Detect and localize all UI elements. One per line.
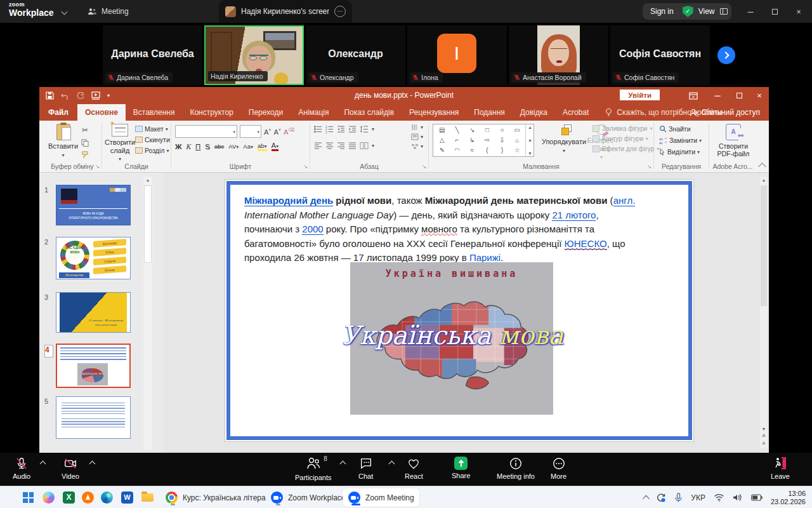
file-explorer-icon[interactable]	[141, 491, 154, 504]
leave-button[interactable]: Leave	[771, 457, 790, 480]
sign-in-button[interactable]: Sign in	[646, 7, 678, 16]
word-icon[interactable]: W	[121, 491, 134, 504]
avast-icon[interactable]	[81, 491, 95, 504]
slide-thumbnail-5[interactable]	[56, 396, 131, 439]
security-shield-icon[interactable]: ✓	[683, 6, 693, 17]
dialog-launcher-icon[interactable]: ↘	[647, 164, 652, 170]
meeting-info-button[interactable]: Meeting info	[497, 457, 535, 480]
tab-help[interactable]: Довідка	[513, 104, 555, 121]
columns-button[interactable]	[360, 142, 369, 150]
language-indicator[interactable]: УКР	[691, 493, 705, 502]
slide-thumbnail-2[interactable]: НАС ЄДНАЄ МОВА Калинова Рідна Співуча Ні…	[56, 237, 131, 279]
slide-thumbnail-4-selected[interactable]: Українська мова	[56, 344, 131, 388]
office-sign-in-button[interactable]: Увійти	[620, 90, 660, 100]
ppt-restore-button[interactable]	[730, 87, 749, 104]
wifi-icon[interactable]	[714, 493, 724, 502]
slide-text[interactable]: Міжнародний день рідної мови, також Міжн…	[244, 194, 643, 265]
text-direction-button[interactable]: ▾	[411, 124, 423, 131]
participant-tile[interactable]: Дарина Свелеба Дарина Свелеба	[103, 25, 202, 85]
dialog-launcher-icon[interactable]: ↘	[422, 164, 426, 170]
dialog-launcher-icon[interactable]: ↘	[95, 164, 100, 170]
section-button[interactable]: Розділ▾	[135, 147, 170, 154]
tab-design[interactable]: Конструктор	[182, 104, 240, 121]
zoom-meeting-window-button[interactable]: Zoom Meeting	[343, 488, 419, 507]
find-button[interactable]: Знайти	[659, 125, 702, 133]
audio-options-chevron[interactable]	[40, 461, 46, 467]
participant-tile-active-speaker[interactable]: Надія Кириленко	[204, 25, 304, 85]
align-left-button[interactable]	[314, 142, 322, 150]
ribbon-display-options-icon[interactable]	[684, 87, 703, 104]
ppt-close-button[interactable]: ×	[750, 87, 769, 104]
tab-slideshow[interactable]: Показ слайдів	[336, 104, 402, 121]
participants-options-chevron[interactable]	[340, 461, 346, 467]
thumbnail-scrollbar[interactable]: ▲	[143, 177, 152, 450]
chat-options-chevron[interactable]	[389, 461, 395, 467]
tab-review[interactable]: Рецензування	[402, 104, 466, 121]
shrink-font-button[interactable]: A˅	[273, 128, 280, 136]
paste-button[interactable]: Вставити▾	[48, 124, 78, 158]
create-pdf-button[interactable]: A СтворитиPDF-файл	[716, 124, 751, 157]
tab-acrobat[interactable]: Acrobat	[555, 104, 596, 121]
change-case-button[interactable]: Aa▾	[243, 143, 253, 150]
slide-thumbnail-1[interactable]: МОВА ЯК КОДИЛІТЕРАТУРНОГО КРАСНОМОВСТВА	[56, 185, 131, 225]
align-center-button[interactable]	[325, 142, 334, 150]
strikethrough-button[interactable]: abc	[214, 143, 224, 150]
more-button[interactable]: More	[551, 457, 566, 480]
collapse-ribbon-icon[interactable]	[758, 163, 766, 171]
participant-tile[interactable]: Анастасія Воропай	[509, 25, 608, 85]
tab-shared-screen[interactable]: Надія Кириленко's screen ⋯	[219, 0, 352, 23]
taskbar-clock[interactable]: 13:06 23.02.2026	[771, 490, 806, 506]
participants-button[interactable]: 8 Participants	[295, 457, 331, 481]
chevron-down-icon[interactable]	[62, 9, 68, 15]
clear-formatting-button[interactable]: A⌫	[284, 128, 294, 136]
character-spacing-button[interactable]: AV▾	[228, 143, 239, 150]
react-button[interactable]: React	[405, 457, 423, 480]
replace-button[interactable]: abacЗамінити▾	[659, 137, 702, 144]
edge-icon[interactable]	[100, 491, 114, 504]
numbering-button[interactable]: 123	[325, 125, 334, 133]
volume-icon[interactable]	[733, 493, 743, 502]
reset-button[interactable]: Скинути	[135, 136, 170, 144]
decrease-indent-button[interactable]	[337, 125, 345, 133]
convert-smartart-button[interactable]: ▾	[411, 143, 423, 150]
arrange-button[interactable]: Упорядкувати▾	[540, 124, 587, 154]
participant-tile[interactable]: Софія Савостян Софія Савостян	[610, 25, 710, 85]
copy-button[interactable]	[81, 139, 89, 147]
line-spacing-button[interactable]	[360, 125, 369, 133]
dialog-launcher-icon[interactable]: ↘	[303, 164, 308, 170]
close-button[interactable]: ×	[789, 0, 808, 23]
justify-button[interactable]	[348, 142, 357, 150]
mic-in-use-icon[interactable]	[674, 493, 683, 503]
sync-icon[interactable]	[656, 493, 666, 503]
tab-view[interactable]: Подання	[466, 104, 512, 121]
vertical-scrollbar[interactable]: ▲ ▼≙≚	[760, 177, 768, 448]
share-document-button[interactable]: Спільний доступ	[690, 104, 760, 121]
tab-home[interactable]: Основне	[77, 104, 126, 121]
minimize-button[interactable]: ─	[741, 0, 760, 23]
excel-icon[interactable]: X	[62, 491, 75, 504]
ppt-minimize-button[interactable]: ─	[708, 87, 727, 104]
font-size-select[interactable]: ▾	[240, 125, 261, 138]
text-shadow-button[interactable]: S	[205, 143, 210, 150]
font-name-select[interactable]: ▾	[175, 125, 237, 138]
bullets-button[interactable]	[314, 125, 322, 133]
view-button[interactable]: View	[698, 7, 715, 16]
increase-indent-button[interactable]	[348, 125, 357, 133]
more-options-icon[interactable]: ⋯	[334, 6, 346, 17]
zoom-workplace-window-button[interactable]: Zoom Workplace	[265, 488, 350, 507]
battery-icon[interactable]	[751, 494, 763, 501]
chrome-window-button[interactable]: Курс: Українська літера	[160, 488, 271, 507]
participant-tile[interactable]: I Ілона	[407, 25, 507, 85]
tab-transitions[interactable]: Переходи	[241, 104, 291, 121]
cut-button[interactable]: ✂	[82, 126, 88, 135]
chat-button[interactable]: Chat	[358, 457, 373, 480]
font-color-button[interactable]: A▾	[272, 142, 279, 151]
tab-file[interactable]: Файл	[39, 104, 77, 121]
tab-insert[interactable]: Вставлення	[126, 104, 183, 121]
shape-outline-button[interactable]: Контур фігури▾	[593, 135, 659, 142]
video-button[interactable]: Video	[62, 457, 79, 480]
layout-button[interactable]: Макет▾	[135, 125, 170, 133]
current-slide[interactable]: Міжнародний день рідної мови, також Міжн…	[225, 180, 693, 441]
share-button[interactable]: Share	[452, 457, 470, 479]
format-painter-button[interactable]	[81, 151, 89, 159]
